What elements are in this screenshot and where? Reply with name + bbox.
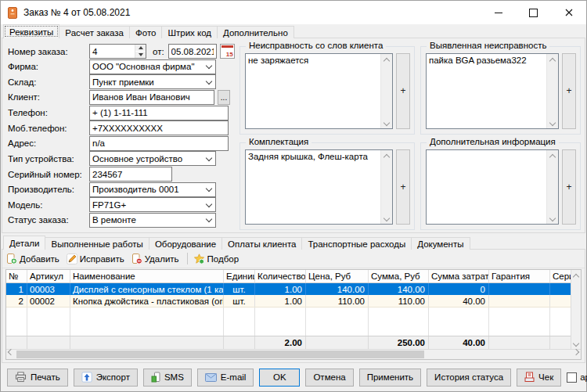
col-header-qty[interactable]: Количество: [255, 270, 306, 282]
model-select[interactable]: FP71G+: [89, 197, 216, 212]
tab-dokumenty[interactable]: Документы: [411, 237, 470, 250]
tab-rekvizity[interactable]: Реквизиты: [3, 24, 59, 38]
add-info-button[interactable]: +: [562, 149, 576, 225]
tab-detali[interactable]: Детали: [3, 236, 45, 250]
order-date-input[interactable]: [168, 44, 217, 59]
totals-cell: [6, 336, 27, 349]
memo-scrollbar[interactable]: [380, 150, 392, 225]
status-zakaza-value: В ремонте: [90, 215, 203, 225]
apply-button[interactable]: Применить: [359, 369, 421, 387]
cancel-label: Отмена: [313, 372, 345, 382]
komplektaciya-textarea[interactable]: Задняя крышка, Флеш-карта: [245, 149, 393, 225]
col-header-warranty[interactable]: Гарантия: [489, 270, 550, 282]
close-icon: [565, 9, 573, 16]
date-from-label: от:: [153, 47, 164, 56]
close-button[interactable]: [551, 1, 586, 24]
add-row-button[interactable]: Добавить: [4, 252, 64, 266]
empty-cell: [70, 307, 224, 336]
col-header-num[interactable]: №: [6, 270, 27, 282]
add-complaint-button[interactable]: +: [396, 53, 410, 129]
cancel-button[interactable]: Отмена: [305, 369, 353, 387]
tab-vypolnennye-raboty[interactable]: Выполненные работы: [45, 237, 149, 250]
app-icon: [8, 7, 17, 19]
status-zakaza-select[interactable]: В ремонте: [89, 213, 216, 228]
tab-label: Выполненные работы: [51, 239, 142, 249]
tab-dopolnitelno[interactable]: Дополнительно: [217, 26, 294, 38]
ok-button[interactable]: OK: [259, 369, 300, 387]
maximize-button[interactable]: [516, 1, 551, 24]
client-complaint-textarea[interactable]: не заряжается: [245, 53, 393, 129]
cell-unit: шт.: [224, 295, 255, 307]
tab-raschet-zakaza[interactable]: Расчет заказа: [59, 26, 130, 38]
tab-label: Детали: [9, 239, 39, 248]
sms-button[interactable]: SMS: [143, 369, 192, 387]
proizvoditel-select[interactable]: Производитель 0001: [89, 182, 216, 197]
tab-label: Штрих код: [167, 28, 211, 38]
status-zakaza-label: Статус заказа:: [8, 215, 89, 225]
col-header-unit[interactable]: Единица: [224, 270, 255, 282]
details-panel: Добавить Исправить Удалить Подбор №: [2, 249, 585, 363]
tab-foto[interactable]: Фото: [129, 26, 162, 38]
edit-row-button[interactable]: Исправить: [64, 252, 129, 266]
calendar-icon: [221, 45, 233, 48]
form-row-adres: Адрес:: [8, 136, 238, 151]
found-fault-textarea[interactable]: пайка BGA разьема322: [426, 53, 559, 129]
print-button[interactable]: Печать: [7, 369, 68, 387]
totals-cell: [489, 336, 550, 349]
adres-input[interactable]: [89, 136, 229, 151]
calendar-button[interactable]: 15: [220, 44, 235, 59]
firma-select[interactable]: ООО "Основная фирма": [89, 59, 216, 74]
scrollbar-thumb[interactable]: [16, 351, 424, 358]
tab-label: Расчет заказа: [65, 28, 124, 38]
col-header-sum[interactable]: Сумма, Руб: [369, 270, 429, 282]
col-header-serial[interactable]: Серийный: [550, 270, 571, 282]
mob-telefon-input[interactable]: [89, 120, 229, 135]
telefon-input[interactable]: [89, 106, 229, 120]
receipt-button[interactable]: Чек: [517, 369, 561, 387]
minimize-button[interactable]: [481, 1, 516, 24]
memo-scrollbar[interactable]: [546, 150, 558, 225]
additional-info-textarea[interactable]: [426, 149, 559, 225]
tab-oborudovanie[interactable]: Оборудование: [149, 237, 222, 250]
toolbar-separator: [187, 253, 188, 264]
mob-telefon-label: Моб.телефон:: [8, 124, 89, 133]
calendar-day: 15: [226, 52, 233, 58]
col-header-name[interactable]: Наименование: [70, 270, 224, 282]
add-komplektaciya-button[interactable]: +: [396, 149, 410, 225]
email-button[interactable]: E-mail: [197, 369, 254, 387]
spin-up-button[interactable]: [135, 45, 146, 52]
spin-down-button[interactable]: [135, 52, 146, 58]
requisites-panel: Номер заказа: от: 15 Фирма:: [2, 38, 585, 233]
tab-oplaty-klienta[interactable]: Оплаты клиента: [221, 237, 302, 250]
horizontal-scrollbar[interactable]: [6, 349, 581, 359]
tab-shtrih-kod[interactable]: Штрих код: [161, 26, 218, 38]
vertical-scrollbar[interactable]: [571, 270, 581, 349]
klient-browse-button[interactable]: ...: [218, 90, 230, 105]
tip-ustroystva-select[interactable]: Основное устройство: [89, 151, 216, 166]
tab-transportnye-rashody[interactable]: Транспортные расходы: [301, 237, 412, 250]
order-number-input[interactable]: [90, 45, 135, 58]
export-button[interactable]: Экспорт: [74, 369, 138, 387]
table-row[interactable]: 2 00002 Кнопка джойстика - пластиковая (…: [6, 295, 571, 307]
sklad-select[interactable]: Пункт приемки: [89, 74, 216, 89]
col-header-price[interactable]: Цена, Руб: [306, 270, 369, 282]
archive-checkbox-group: архив: [567, 372, 587, 383]
archive-checkbox[interactable]: [567, 372, 577, 383]
memo-scrollbar[interactable]: [380, 54, 392, 128]
totals-cell: [224, 336, 255, 349]
add-fault-button[interactable]: +: [562, 53, 576, 129]
klient-input[interactable]: [89, 90, 214, 105]
table-row[interactable]: 1 00003 Дисплей с сенсорным стеклом (1 к…: [6, 283, 571, 295]
totals-qty: 2.00: [255, 336, 306, 349]
delete-icon: [131, 254, 142, 264]
pick-button[interactable]: Подбор: [191, 252, 244, 266]
order-number-stepper[interactable]: [89, 44, 146, 59]
memo-scrollbar[interactable]: [546, 54, 558, 128]
col-header-cost[interactable]: Сумма затрат: [429, 270, 489, 282]
scroll-up-icon: [573, 274, 579, 280]
col-header-article[interactable]: Артикул: [27, 270, 70, 282]
seriyny-nomer-input[interactable]: [89, 167, 172, 182]
delete-row-button[interactable]: Удалить: [129, 252, 184, 266]
delete-row-label: Удалить: [145, 254, 179, 264]
status-history-button[interactable]: История статуса: [427, 369, 511, 387]
